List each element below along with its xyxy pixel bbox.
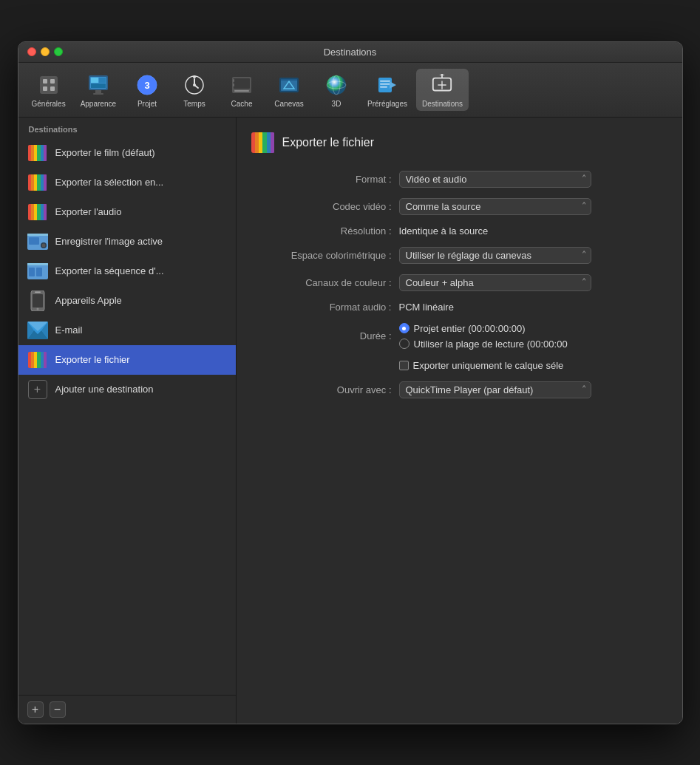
sidebar-item-appareils-apple[interactable]: Appareils Apple [18, 286, 236, 316]
svg-rect-3 [43, 86, 47, 91]
resolution-label: Résolution : [251, 225, 399, 237]
duree-label: Durée : [251, 330, 399, 341]
duree-option1-radio[interactable] [399, 323, 410, 333]
toolbar-item-projet[interactable]: 3 Projet [125, 69, 169, 111]
close-button[interactable] [27, 47, 36, 56]
projet-icon: 3 [134, 72, 160, 98]
svg-rect-45 [29, 237, 39, 245]
svg-rect-7 [91, 78, 98, 83]
format-label: Format : [251, 174, 399, 185]
exporter-checkbox-row[interactable]: Exporter uniquement le calque séle [399, 360, 667, 371]
espace-row: Espace colorimétrique : Utiliser le régl… [251, 247, 667, 264]
svg-rect-51 [35, 291, 41, 293]
svg-rect-11 [93, 93, 103, 95]
sidebar-item-export-audio[interactable]: Exporter l'audio [18, 197, 236, 227]
toolbar-item-generales[interactable]: Générales [26, 69, 72, 111]
sidebar-item-email[interactable]: E-mail [18, 316, 236, 345]
toolbar-item-apparence[interactable]: Apparence [75, 69, 122, 111]
svg-rect-1 [43, 79, 47, 84]
ouvrir-select[interactable]: QuickTime Player (par défaut) [399, 381, 591, 398]
svg-rect-52 [33, 294, 43, 307]
export-selection-label: Exporter la sélection en... [55, 177, 164, 188]
duree-radio-group: Projet entier (00:00:00:00) Utiliser la … [399, 323, 568, 350]
toolbar-item-canevas[interactable]: Canevas [267, 69, 311, 111]
duree-option1-row[interactable]: Projet entier (00:00:00:00) [399, 323, 568, 334]
format-row: Format : Vidéo et audio [251, 171, 667, 188]
svg-rect-23 [234, 90, 249, 92]
svg-rect-42 [27, 234, 48, 236]
detail-header: Exporter le fichier [251, 132, 667, 153]
svg-rect-33 [380, 84, 390, 85]
sidebar-list: Exporter le film (défaut) [18, 138, 236, 695]
email-label: E-mail [55, 324, 83, 336]
appareils-apple-icon [27, 290, 48, 311]
canaux-label: Canaux de couleur : [251, 277, 399, 288]
codec-label: Codec vidéo : [251, 201, 399, 212]
fullscreen-button[interactable] [54, 47, 63, 56]
export-film-icon [27, 143, 48, 163]
codec-select[interactable]: Comme la source [399, 198, 591, 215]
svg-rect-34 [380, 86, 387, 88]
titlebar: Destinations [18, 42, 682, 63]
resolution-row: Résolution : Identique à la source [251, 225, 667, 237]
sidebar-item-ajouter-destination[interactable]: + Ajouter une destination [18, 375, 236, 404]
format-select[interactable]: Vidéo et audio [399, 171, 591, 188]
sidebar: Destinations Exporter le f [18, 118, 237, 724]
toolbar-item-cache[interactable]: Cache [220, 69, 264, 111]
export-sequence-label: Exporter la séquence d'... [55, 265, 164, 276]
canevas-label: Canevas [274, 100, 303, 108]
enregistrer-image-icon [27, 231, 48, 252]
3d-label: 3D [332, 100, 341, 108]
toolbar-item-preglages[interactable]: Préréglages [361, 69, 413, 111]
minimize-button[interactable] [41, 47, 50, 56]
format-audio-label: Format audio : [251, 302, 399, 313]
appareils-apple-label: Appareils Apple [55, 295, 122, 306]
toolbar-item-temps[interactable]: Temps [172, 69, 217, 111]
form-section: Format : Vidéo et audio Codec vidéo : Co… [251, 171, 667, 398]
detail-title: Exporter le fichier [282, 136, 375, 149]
exporter-checkbox[interactable] [399, 361, 409, 370]
svg-rect-4 [50, 86, 55, 91]
destinations-icon [429, 72, 455, 98]
sidebar-footer: + − [18, 695, 236, 724]
svg-rect-21 [233, 79, 234, 82]
add-destination-button[interactable]: + [27, 701, 44, 718]
sidebar-item-export-fichier[interactable]: Exporter le fichier [18, 345, 236, 375]
sidebar-item-enregistrer-image[interactable]: Enregistrer l'image active [18, 227, 236, 256]
svg-text:3: 3 [144, 80, 149, 91]
svg-rect-22 [233, 84, 234, 86]
duree-option2-row[interactable]: Utiliser la plage de lecture (00:00:00 [399, 339, 568, 350]
svg-point-53 [36, 307, 38, 310]
preglages-icon [374, 72, 401, 98]
projet-label: Projet [137, 100, 157, 108]
espace-select[interactable]: Utiliser le réglage du canevas [399, 247, 591, 264]
sidebar-item-export-selection[interactable]: Exporter la sélection en... [18, 168, 236, 197]
remove-destination-button[interactable]: − [50, 701, 66, 718]
detail-panel: Exporter le fichier Format : Vidéo et au… [237, 118, 682, 724]
toolbar-item-3d[interactable]: 3D [314, 69, 359, 111]
format-audio-value: PCM linéaire [399, 302, 454, 313]
export-sequence-icon [27, 261, 48, 282]
ajouter-destination-icon: + [27, 379, 48, 400]
svg-rect-0 [40, 76, 58, 94]
enregistrer-image-label: Enregistrer l'image active [55, 236, 163, 247]
canaux-select[interactable]: Couleur + alpha [399, 274, 591, 291]
toolbar: Générales Apparence [18, 63, 682, 118]
codec-row: Codec vidéo : Comme la source [251, 198, 667, 215]
sidebar-item-export-film[interactable]: Exporter le film (défaut) [18, 138, 236, 168]
svg-point-15 [193, 75, 196, 78]
generales-label: Générales [32, 100, 66, 108]
cache-icon [228, 72, 255, 98]
temps-icon [181, 72, 208, 98]
duree-option1-label: Projet entier (00:00:00:00) [414, 323, 526, 334]
sidebar-item-export-sequence[interactable]: Exporter la séquence d'... [18, 256, 236, 286]
duree-option2-radio[interactable] [399, 339, 410, 349]
svg-point-44 [41, 243, 45, 247]
duree-row: Durée : Projet entier (00:00:00:00) Util… [251, 323, 667, 350]
traffic-lights [27, 47, 63, 56]
toolbar-item-destinations[interactable]: Destinations [416, 69, 469, 111]
svg-point-18 [193, 84, 196, 86]
svg-rect-32 [380, 81, 390, 82]
export-film-label: Exporter le film (défaut) [55, 147, 155, 158]
svg-rect-8 [99, 78, 106, 83]
